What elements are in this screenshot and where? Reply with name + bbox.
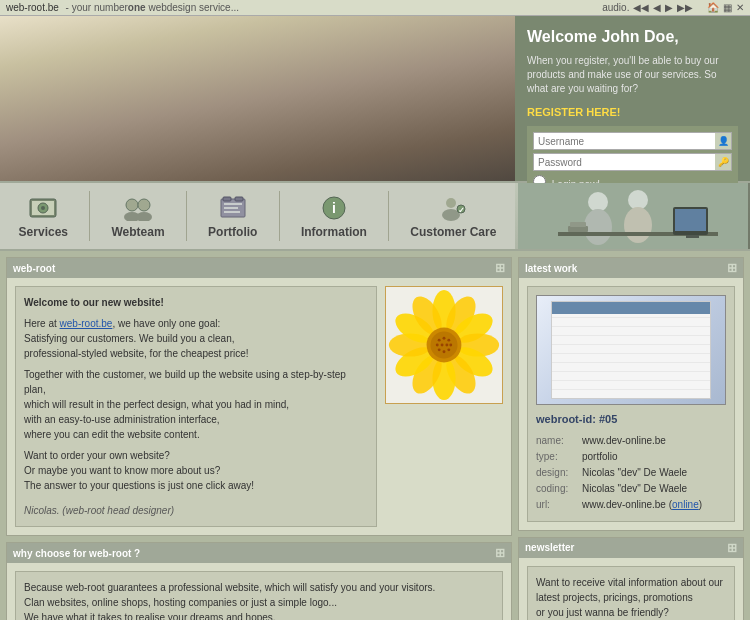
work-id: webroot-id: #05 <box>536 411 726 429</box>
svg-rect-69 <box>653 335 706 365</box>
why-header-title: why choose for web-root ? <box>13 548 140 559</box>
svg-rect-57 <box>594 320 708 332</box>
work-preview-image <box>536 295 726 405</box>
svg-point-46 <box>438 339 441 342</box>
online-link[interactable]: online <box>672 499 699 510</box>
latest-work-inner: webroot-id: #05 name: www.dev-online.be … <box>527 286 735 522</box>
name-label: name: <box>536 433 578 449</box>
header-image <box>0 16 515 181</box>
svg-rect-62 <box>595 351 646 355</box>
webroot-panel-body: Welcome to our new website! Here at web-… <box>7 278 511 535</box>
webroot-panel-icon: ⊞ <box>495 261 505 275</box>
why-panel-body: Because web-root guarantees a profession… <box>7 563 511 620</box>
webroot-intro: Welcome to our new website! <box>24 295 368 310</box>
why-text: Because web-root guarantees a profession… <box>15 571 503 620</box>
svg-rect-12 <box>224 207 238 209</box>
svg-rect-27 <box>675 209 706 231</box>
svg-point-22 <box>584 209 612 245</box>
svg-rect-59 <box>651 333 708 398</box>
newsletter-header: newsletter ⊞ <box>519 538 743 558</box>
work-row-url: url: www.dev-online.be (online) <box>536 497 726 513</box>
svg-rect-61 <box>595 345 646 349</box>
key-icon: 🔑 <box>715 154 731 170</box>
svg-point-5 <box>138 199 150 211</box>
design-value: Nicolas "dev" De Waele <box>582 465 687 481</box>
work-row-coding: coding: Nicolas "dev" De Waele <box>536 481 726 497</box>
work-row-design: design: Nicolas "dev" De Waele <box>536 465 726 481</box>
svg-rect-58 <box>594 333 649 398</box>
webroot-para1: Here at web-root.be, we have only one go… <box>24 316 368 361</box>
navigation: Services Webteam <box>0 181 750 251</box>
name-value: www.dev-online.be <box>582 433 666 449</box>
password-input[interactable] <box>534 155 715 170</box>
work-row-name: name: www.dev-online.be <box>536 433 726 449</box>
svg-rect-11 <box>224 203 242 205</box>
media-controls: audio. ◀◀ ◀ ▶ ▶▶ 🏠 ▦ ✕ <box>602 2 744 13</box>
play-icon[interactable]: ▶ <box>665 2 673 13</box>
coding-value: Nicolas "dev" De Waele <box>582 481 687 497</box>
newsletter-title: newsletter <box>525 542 574 553</box>
portfolio-label: Portfolio <box>208 225 257 239</box>
content-left: web-root ⊞ Welcome to our new website! H… <box>6 257 512 620</box>
design-label: design: <box>536 465 578 481</box>
password-row: 🔑 <box>533 153 732 171</box>
type-label: type: <box>536 449 578 465</box>
svg-rect-10 <box>235 197 243 201</box>
svg-point-7 <box>136 212 152 221</box>
nav-item-webteam[interactable]: Webteam <box>95 186 180 247</box>
svg-point-53 <box>438 348 441 351</box>
svg-point-50 <box>441 344 444 347</box>
next-icon[interactable]: ▶▶ <box>677 2 693 13</box>
url-label: url: <box>536 497 578 513</box>
rewind-icon[interactable]: ◀ <box>653 2 661 13</box>
content-right: latest work ⊞ <box>518 257 744 620</box>
svg-rect-68 <box>554 347 590 353</box>
svg-rect-30 <box>570 222 586 227</box>
audio-label: audio. <box>602 2 629 13</box>
svg-text:✓: ✓ <box>458 206 465 215</box>
welcome-heading: Welcome John Doe, <box>527 28 738 46</box>
webroot-link[interactable]: web-root.be <box>60 318 113 329</box>
nav-item-services[interactable]: Services <box>3 186 84 247</box>
type-value: portfolio <box>582 449 618 465</box>
svg-rect-63 <box>595 357 646 361</box>
nav-items: Services Webteam <box>0 183 515 249</box>
mock-website <box>551 301 711 398</box>
information-label: Information <box>301 225 367 239</box>
why-panel: why choose for web-root ? ⊞ Because web-… <box>6 542 512 620</box>
username-input[interactable] <box>534 134 715 149</box>
work-details: webroot-id: #05 name: www.dev-online.be … <box>536 411 726 513</box>
customer-care-icon: ✓ <box>437 194 469 222</box>
close-icon[interactable]: ✕ <box>736 2 744 13</box>
prev-icon[interactable]: ◀◀ <box>633 2 649 13</box>
svg-point-72 <box>564 364 580 380</box>
svg-rect-13 <box>224 211 240 213</box>
svg-point-4 <box>126 199 138 211</box>
services-icon <box>27 194 59 222</box>
svg-rect-60 <box>595 335 646 343</box>
information-icon: i <box>318 194 350 222</box>
newsletter-panel-icon: ⊞ <box>727 541 737 555</box>
latest-work-body: webroot-id: #05 name: www.dev-online.be … <box>519 278 743 530</box>
nav-item-customer-care[interactable]: ✓ Customer Care <box>394 186 512 247</box>
svg-rect-9 <box>223 197 231 201</box>
nav-item-information[interactable]: i Information <box>285 186 383 247</box>
customer-care-label: Customer Care <box>410 225 496 239</box>
site-logo[interactable]: web-root.be <box>6 2 59 13</box>
home-icon[interactable]: 🏠 <box>707 2 719 13</box>
webroot-header-title: web-root <box>13 263 55 274</box>
portfolio-icon <box>217 194 249 222</box>
svg-rect-71 <box>653 377 706 381</box>
svg-rect-70 <box>653 367 706 375</box>
svg-rect-28 <box>686 235 699 238</box>
newsletter-panel: newsletter ⊞ Want to receive vital infor… <box>518 537 744 620</box>
svg-rect-56 <box>552 318 591 399</box>
webteam-icon <box>122 194 154 222</box>
webroot-para3: Want to order your own website? Or maybe… <box>24 448 368 493</box>
main-content: web-root ⊞ Welcome to our new website! H… <box>0 251 750 620</box>
svg-point-3 <box>41 206 45 210</box>
grid-icon[interactable]: ▦ <box>723 2 732 13</box>
svg-point-51 <box>445 344 448 347</box>
nav-item-portfolio[interactable]: Portfolio <box>192 186 273 247</box>
register-link[interactable]: REGISTER HERE! <box>527 106 738 118</box>
